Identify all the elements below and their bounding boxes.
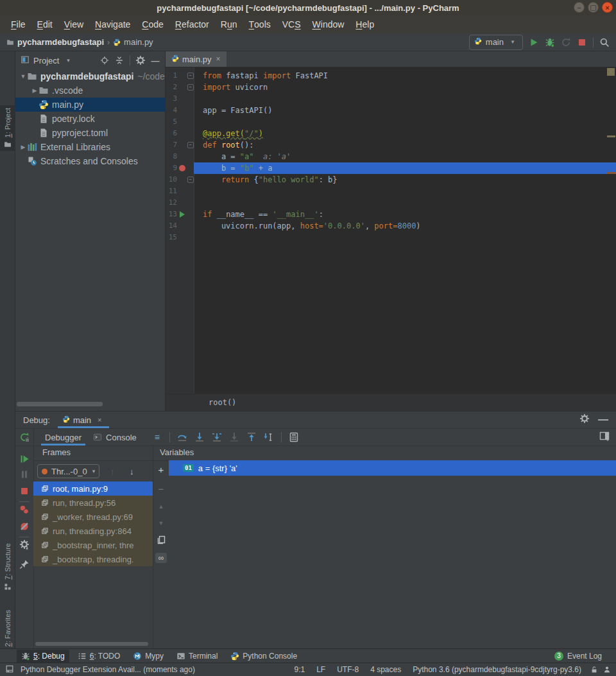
code-line-11[interactable]: 11 bbox=[166, 186, 616, 197]
menu-file[interactable]: File bbox=[5, 15, 31, 33]
tree-item-mainpy[interactable]: main.py bbox=[15, 98, 165, 112]
run-config-selector[interactable]: main ▾ bbox=[469, 35, 523, 50]
tree-item-scratchesandconsoles[interactable]: Scratches and Consoles bbox=[15, 154, 165, 168]
menu-vcs[interactable]: VCS bbox=[277, 15, 307, 33]
thread-selector[interactable]: Thr...-0_0 ▾ bbox=[37, 464, 99, 478]
breadcrumb-item-main.py[interactable]: main.py bbox=[113, 37, 153, 47]
gear-icon[interactable] bbox=[136, 56, 145, 65]
code-line-12[interactable]: 12 bbox=[166, 197, 616, 209]
remove-watch-icon[interactable]: − bbox=[156, 483, 166, 494]
tree-item-vscode[interactable]: ▶.vscode bbox=[15, 83, 165, 98]
search-everywhere-button[interactable] bbox=[599, 37, 610, 48]
show-watches-icon[interactable]: ∞ bbox=[155, 553, 167, 563]
locate-icon[interactable] bbox=[100, 56, 109, 65]
tree-expand-icon[interactable]: ▶ bbox=[31, 87, 38, 94]
evaluate-expression-icon[interactable] bbox=[289, 432, 299, 442]
status-message[interactable]: Python Debugger Extension Avail... (mome… bbox=[21, 665, 195, 674]
breadcrumb-item-pycharmdebugfastapi[interactable]: pycharmdebugfastapi bbox=[6, 37, 104, 47]
title-bar[interactable]: pycharmdebugfastapi [~/code/pycharmdebug… bbox=[0, 0, 616, 15]
tree-expand-icon[interactable]: ▶ bbox=[19, 144, 27, 150]
event-log-button[interactable]: 3 Event Log bbox=[554, 652, 616, 661]
tab-console[interactable]: Console bbox=[89, 429, 141, 446]
minimize-button[interactable]: − bbox=[574, 2, 585, 13]
code-line-2[interactable]: 2−import uvicorn bbox=[166, 82, 616, 93]
toggle-tw-icon[interactable] bbox=[5, 664, 14, 673]
code-line-6[interactable]: 6@app.get("/") bbox=[166, 128, 616, 139]
step-out-icon[interactable] bbox=[246, 432, 257, 442]
move-down-icon[interactable]: ▼ bbox=[156, 518, 166, 528]
add-watch-icon[interactable]: + bbox=[156, 464, 166, 474]
run-line-icon[interactable] bbox=[180, 211, 185, 218]
code-line-5[interactable]: 5 bbox=[166, 116, 616, 128]
frame-row[interactable]: run, thread.py:56 bbox=[33, 496, 153, 510]
code-line-1[interactable]: 1−from fastapi import FastAPI bbox=[166, 70, 616, 82]
chevron-down-icon[interactable]: ▾ bbox=[63, 55, 73, 65]
frames-horizontal-scrollbar[interactable] bbox=[35, 642, 148, 646]
status-item-utf8[interactable]: UTF-8 bbox=[337, 665, 359, 674]
editor-breadcrumbs[interactable]: root() bbox=[166, 394, 616, 411]
toolwindow-button-debug[interactable]: 5: Debug bbox=[17, 650, 69, 663]
lock-icon[interactable] bbox=[590, 666, 598, 673]
hide-icon[interactable]: — bbox=[598, 415, 608, 425]
run-to-cursor-icon[interactable] bbox=[264, 432, 274, 442]
tree-item-pycharmdebugfastapi[interactable]: ▼pycharmdebugfastapi ~/code/pycharmdebug… bbox=[15, 69, 165, 83]
code-line-9[interactable]: 9 b = "b" + a bbox=[166, 162, 616, 174]
step-into-my-code-icon[interactable] bbox=[212, 432, 222, 442]
up-arrow-icon[interactable]: ↑ bbox=[107, 466, 117, 476]
frame-row[interactable]: run, threading.py:864 bbox=[33, 524, 153, 538]
code-line-14[interactable]: 14 uvicorn.run(app, host='0.0.0.0', port… bbox=[166, 220, 616, 232]
tree-item-poetrylock[interactable]: poetry.lock bbox=[15, 112, 165, 126]
menu-edit[interactable]: Edit bbox=[31, 15, 58, 33]
duplicate-watch-icon[interactable] bbox=[156, 535, 166, 545]
settings-gear-button[interactable] bbox=[19, 540, 30, 550]
menu-code[interactable]: Code bbox=[136, 15, 169, 33]
code-line-7[interactable]: 7−def root(): bbox=[166, 139, 616, 151]
status-item-lf[interactable]: LF bbox=[316, 665, 325, 674]
status-item-91[interactable]: 9:1 bbox=[294, 665, 305, 674]
menu-tools[interactable]: Tools bbox=[243, 15, 277, 33]
collapse-icon[interactable] bbox=[115, 56, 124, 65]
move-up-icon[interactable]: ▲ bbox=[156, 501, 166, 512]
view-breakpoints-button[interactable] bbox=[19, 505, 30, 515]
stop-button[interactable] bbox=[577, 37, 587, 48]
fold-icon[interactable]: − bbox=[187, 73, 194, 79]
breakpoint-icon[interactable] bbox=[179, 165, 185, 171]
code-area[interactable]: 1−from fastapi import FastAPI2−import uv… bbox=[166, 67, 616, 394]
close-icon[interactable]: × bbox=[94, 415, 105, 425]
code-line-8[interactable]: 8 a = "a" a: 'a' bbox=[166, 151, 616, 162]
menu-view[interactable]: View bbox=[58, 15, 89, 33]
toolwindow-button-mypy[interactable]: Mypy bbox=[128, 650, 168, 663]
gear-icon[interactable] bbox=[580, 414, 589, 423]
breadcrumb-function[interactable]: root() bbox=[209, 398, 236, 407]
pin-button[interactable] bbox=[19, 559, 30, 569]
code-line-13[interactable]: 13if __name__ == '__main__': bbox=[166, 209, 616, 220]
tree-expand-icon[interactable]: ▼ bbox=[19, 73, 27, 80]
error-stripe-mark[interactable] bbox=[607, 135, 615, 137]
pause-button[interactable] bbox=[19, 469, 30, 480]
toolwindow-button-todo[interactable]: 6: TODO bbox=[73, 650, 125, 663]
maximize-button[interactable]: ▢ bbox=[588, 2, 599, 13]
tab-debugger[interactable]: Debugger bbox=[41, 429, 85, 446]
menu-navigate[interactable]: Navigate bbox=[89, 15, 136, 33]
menu-refactor[interactable]: Refactor bbox=[169, 15, 215, 33]
stripe-button-project[interactable]: 1: Project bbox=[0, 105, 15, 151]
frame-row[interactable]: root, main.py:9 bbox=[33, 481, 153, 496]
close-button[interactable]: × bbox=[602, 2, 613, 13]
code-line-15[interactable]: 15 bbox=[166, 232, 616, 243]
frame-row[interactable]: _bootstrap_inner, thre bbox=[33, 538, 153, 552]
close-icon[interactable]: × bbox=[216, 55, 221, 64]
menu-help[interactable]: Help bbox=[350, 15, 380, 33]
run-button[interactable] bbox=[529, 37, 539, 48]
step-over-icon[interactable] bbox=[177, 432, 187, 442]
menu-window[interactable]: Window bbox=[307, 15, 350, 33]
frame-row[interactable]: _bootstrap, threading. bbox=[33, 552, 153, 566]
down-arrow-icon[interactable]: ↓ bbox=[126, 466, 137, 476]
mute-breakpoints-button[interactable] bbox=[19, 521, 30, 532]
error-stripe-mark[interactable] bbox=[607, 172, 615, 174]
rerun-button[interactable] bbox=[561, 37, 571, 48]
toolwindow-button-terminal[interactable]: Terminal bbox=[172, 650, 222, 663]
code-line-4[interactable]: 4app = FastAPI() bbox=[166, 105, 616, 116]
status-item-4spaces[interactable]: 4 spaces bbox=[370, 665, 401, 674]
stripe-button-structure[interactable]: 7: Structure bbox=[0, 541, 15, 593]
resume-button[interactable] bbox=[19, 454, 30, 464]
